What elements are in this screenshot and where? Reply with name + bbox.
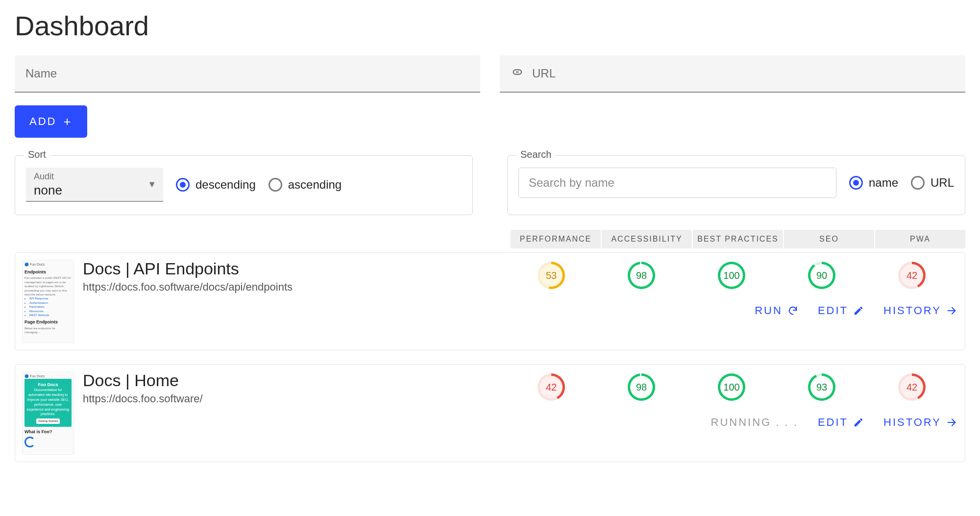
sort-panel: Sort Audit none ▼ descending ascending [15, 155, 473, 215]
score-cell: 42 [506, 371, 596, 401]
score-column-headers: PERFORMANCEACCESSIBILITYBEST PRACTICESSE… [15, 230, 965, 248]
score-column-header: SEO [784, 230, 874, 248]
search-radio-url[interactable]: URL [911, 176, 954, 190]
sort-legend: Sort [24, 149, 50, 160]
site-title: Docs | API Endpoints [83, 260, 506, 278]
radio-icon [849, 176, 863, 190]
url-field[interactable] [500, 55, 965, 93]
history-button[interactable]: HISTORY [883, 416, 957, 429]
score-gauge: 100 [718, 373, 745, 401]
search-legend: Search [516, 149, 555, 160]
score-gauge: 98 [628, 373, 655, 401]
score-gauge: 42 [898, 373, 926, 401]
search-radio-name[interactable]: name [849, 176, 898, 190]
radio-icon [911, 176, 925, 190]
plus-icon: + [63, 115, 72, 128]
card-actions: RUNEDITHISTORY [83, 304, 957, 317]
sort-select-label: Audit [34, 172, 155, 182]
pencil-icon [853, 417, 864, 428]
radio-label: name [869, 176, 898, 190]
arrow-right-icon [946, 417, 957, 428]
sort-radio-descending[interactable]: descending [176, 178, 256, 192]
radio-label: descending [196, 178, 256, 192]
edit-button[interactable]: EDIT [818, 304, 864, 317]
score-cell: 98 [596, 260, 686, 289]
radio-icon [269, 178, 282, 192]
site-url: https://docs.foo.software/docs/api/endpo… [83, 281, 506, 294]
site-card: 🔵 Foo DocsEndpointsFoo operates a public… [15, 252, 965, 350]
card-actions: RUNNING . . .EDITHISTORY [83, 416, 957, 429]
add-button[interactable]: ADD + [15, 105, 87, 138]
score-cell: 42 [867, 371, 957, 401]
add-button-label: ADD [29, 115, 56, 128]
score-gauge: 42 [538, 373, 565, 401]
score-cell: 98 [596, 371, 686, 401]
score-cell: 42 [867, 260, 957, 289]
score-gauge: 98 [628, 262, 655, 289]
sort-radio-ascending[interactable]: ascending [269, 178, 342, 192]
run-button[interactable]: RUN [755, 304, 798, 317]
search-panel: Search name URL [507, 155, 965, 215]
score-cell: 100 [686, 371, 777, 401]
score-gauge: 93 [808, 373, 835, 401]
page-title: Dashboard [15, 10, 965, 42]
score-cell: 90 [777, 260, 867, 289]
running-status: RUNNING . . . [711, 416, 798, 429]
radio-label: URL [931, 176, 954, 190]
score-column-header: PWA [875, 230, 965, 248]
url-input[interactable] [532, 67, 955, 80]
score-column-header: PERFORMANCE [511, 230, 601, 248]
name-input[interactable] [25, 67, 469, 80]
score-cell: 53 [506, 260, 596, 289]
score-cell: 93 [777, 371, 867, 401]
radio-icon [176, 178, 190, 192]
site-url: https://docs.foo.software/ [83, 393, 506, 405]
edit-button[interactable]: EDIT [818, 416, 864, 429]
score-row: 42981009342 [506, 371, 957, 401]
score-gauge: 100 [718, 262, 745, 289]
pencil-icon [853, 305, 864, 316]
refresh-icon [787, 305, 798, 316]
arrow-right-icon [946, 305, 957, 316]
site-thumbnail: 🔵 Foo DocsEndpointsFoo operates a public… [22, 260, 74, 343]
score-column-header: BEST PRACTICES [693, 230, 783, 248]
sort-audit-select[interactable]: Audit none ▼ [26, 168, 163, 202]
site-title: Docs | Home [83, 371, 506, 390]
search-input[interactable] [518, 168, 836, 198]
site-thumbnail: 🔵 Foo DocsFoo DocsDocumentation for auto… [22, 371, 74, 455]
link-icon [511, 65, 524, 82]
history-button[interactable]: HISTORY [883, 304, 957, 317]
site-card: 🔵 Foo DocsFoo DocsDocumentation for auto… [15, 364, 965, 462]
chevron-down-icon: ▼ [147, 179, 156, 190]
name-field[interactable] [15, 55, 480, 93]
score-gauge: 90 [808, 262, 835, 289]
radio-label: ascending [288, 178, 342, 192]
score-column-header: ACCESSIBILITY [602, 230, 692, 248]
sort-select-value: none [34, 183, 155, 198]
score-gauge: 53 [538, 262, 565, 289]
score-gauge: 42 [898, 262, 926, 289]
score-row: 53981009042 [506, 260, 957, 289]
score-cell: 100 [686, 260, 777, 289]
